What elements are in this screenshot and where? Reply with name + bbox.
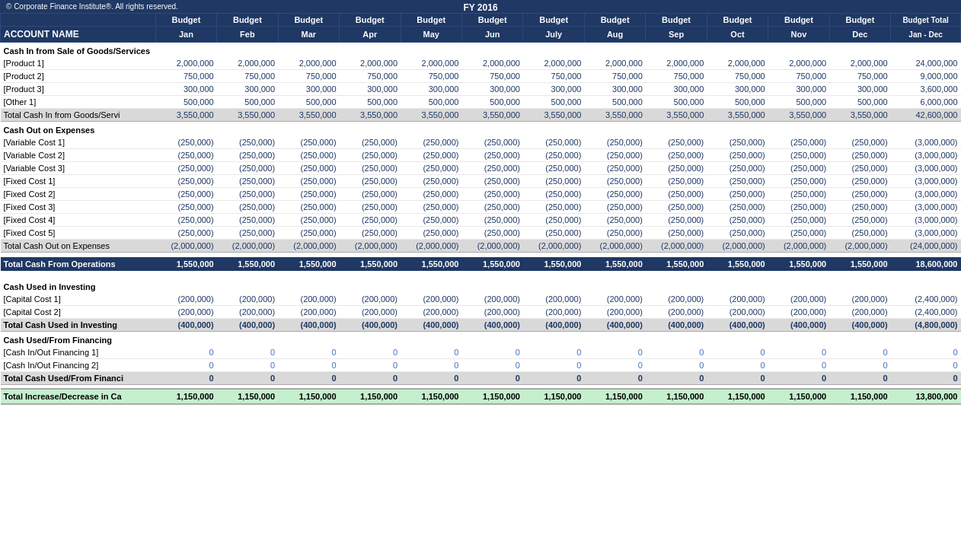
month-jun: Jun [461,27,522,43]
table-row: [Variable Cost 1](250,000)(250,000)(250,… [1,136,961,149]
month-apr: Apr [340,27,401,43]
budget-mar-header: Budget [278,14,339,27]
table-row: [Product 3]300,000300,000300,000300,0003… [1,83,961,96]
month-dec: Dec [829,27,890,43]
account-name-header: ACCOUNT NAME [1,27,156,43]
header-bar: © Corporate Finance Institute®. All righ… [0,0,961,13]
fy-title: FY 2016 [463,2,497,13]
budget-apr-header: Budget [340,14,401,27]
month-sep: Sep [646,27,707,43]
budget-may-header: Budget [401,14,461,27]
table-row: [Cash In/Out Financing 2]0000000000000 [1,358,961,371]
table-row: [Cash In/Out Financing 1]0000000000000 [1,346,961,359]
section-header-cash-in: Cash In from Sale of Goods/Services [1,43,961,58]
budget-oct-header: Budget [707,14,768,27]
table-row: [Fixed Cost 2](250,000)(250,000)(250,000… [1,188,961,201]
budget-aug-header: Budget [584,14,645,27]
table-row: [Product 2]750,000750,000750,000750,0007… [1,70,961,83]
month-aug: Aug [584,27,645,43]
month-mar: Mar [278,27,339,43]
subtotal-row-cash-out: Total Cash Out on Expenses(2,000,000)(2,… [1,240,961,253]
section-header-investing: Cash Used in Investing [1,278,961,293]
budget-dec-header: Budget [829,14,890,27]
total-operations-row: Total Cash From Operations1,550,0001,550… [1,257,961,271]
month-total: Jan - Dec [891,27,961,43]
budget-jul-header: Budget [523,14,584,27]
table-row: [Other 1]500,000500,000500,000500,000500… [1,96,961,109]
subtotal-row-financing: Total Cash Used/From Financi000000000000… [1,371,961,384]
budget-jun-header: Budget [461,14,522,27]
budget-total-header: Budget Total [891,14,961,27]
table-row: [Fixed Cost 3](250,000)(250,000)(250,000… [1,201,961,214]
subtotal-row-investing: Total Cash Used in Investing(400,000)(40… [1,318,961,331]
table-row: [Fixed Cost 1](250,000)(250,000)(250,000… [1,175,961,188]
section-header-financing: Cash Used/From Financing [1,331,961,346]
table-row: [Capital Cost 2](200,000)(200,000)(200,0… [1,305,961,318]
copyright: © Corporate Finance Institute®. All righ… [6,2,178,11]
table-row: [Fixed Cost 4](250,000)(250,000)(250,000… [1,214,961,227]
month-may: May [401,27,461,43]
budget-table: Budget Budget Budget Budget Budget Budge… [0,13,961,405]
budget-jan-header: Budget [155,14,216,27]
account-col-header [1,14,156,27]
table-row: [Variable Cost 3](250,000)(250,000)(250,… [1,162,961,175]
subtotal-row-cash-in: Total Cash In from Goods/Servi3,550,0003… [1,109,961,122]
month-jan: Jan [155,27,216,43]
col-headers-months: ACCOUNT NAME Jan Feb Mar Apr May Jun Jul… [1,27,961,43]
budget-nov-header: Budget [768,14,829,27]
month-oct: Oct [707,27,768,43]
table-row: [Fixed Cost 5](250,000)(250,000)(250,000… [1,227,961,240]
col-headers-budget: Budget Budget Budget Budget Budget Budge… [1,14,961,27]
grand-total-row: Total Increase/Decrease in Ca1,150,0001,… [1,389,961,404]
month-feb: Feb [217,27,278,43]
month-nov: Nov [768,27,829,43]
budget-sep-header: Budget [646,14,707,27]
budget-feb-header: Budget [217,14,278,27]
month-jul: July [523,27,584,43]
table-row: [Variable Cost 2](250,000)(250,000)(250,… [1,149,961,162]
table-row: [Capital Cost 1](200,000)(200,000)(200,0… [1,293,961,306]
section-header-cash-out: Cash Out on Expenses [1,122,961,137]
table-row: [Product 1]2,000,0002,000,0002,000,0002,… [1,57,961,70]
